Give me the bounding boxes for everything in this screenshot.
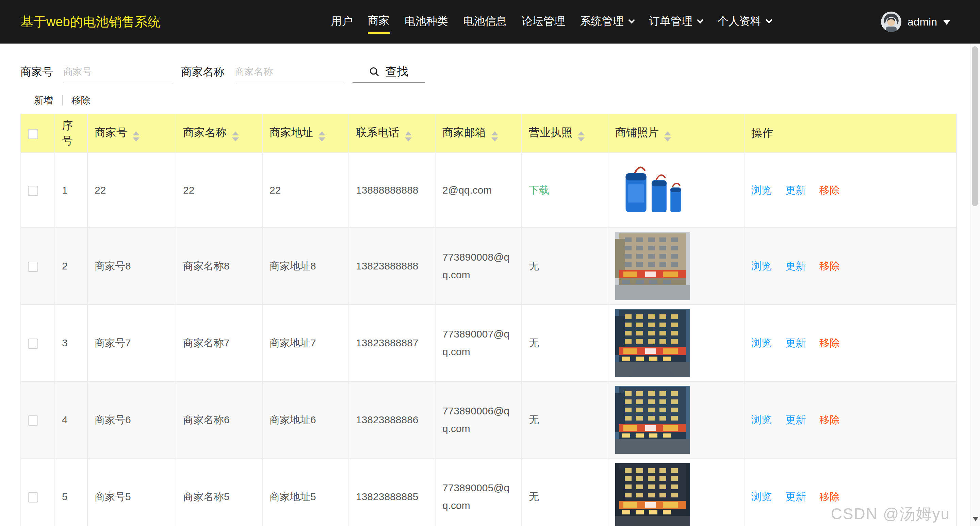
sort-asc-icon [664,131,671,135]
sort-asc-icon [405,131,412,135]
nav-item-7[interactable]: 订单管理 [641,0,710,44]
column-header-5: 联系电话 [349,114,435,153]
actions-cell: 浏览更新移除 [744,458,956,526]
actions-cell: 浏览更新移除 [744,305,956,381]
row-select-cell [21,381,55,458]
column-header-8: 商铺照片 [608,114,744,153]
merchant-no-input[interactable] [63,62,172,82]
scrollbar-down-arrow-icon[interactable] [972,517,978,524]
column-header-label: 操作 [751,127,773,139]
nav-item-6[interactable]: 系统管理 [573,0,641,44]
sort-desc-icon [133,137,140,141]
view-link[interactable]: 浏览 [751,337,772,348]
vertical-scrollbar[interactable] [970,44,980,526]
merchant-no-cell: 商家号7 [88,305,176,381]
merchant-address-cell: 商家地址7 [262,305,349,381]
shop-photo-cell [608,305,744,381]
battery-product-photo [615,159,737,221]
column-header-6: 商家邮箱 [435,114,522,153]
view-link[interactable]: 浏览 [751,184,772,195]
actions-cell: 浏览更新移除 [744,227,956,305]
nav-item-4[interactable]: 电池信息 [456,0,514,44]
add-button[interactable]: 新增 [34,94,53,107]
nav-item-5[interactable]: 论坛管理 [514,0,573,44]
row-checkbox[interactable] [28,186,38,196]
remove-link[interactable]: 移除 [819,184,840,195]
column-header-7: 营业执照 [522,114,608,153]
search-button-label: 查找 [385,64,408,79]
search-button[interactable]: 查找 [353,61,425,83]
chevron-down-icon [628,17,635,24]
sort-icon[interactable] [492,131,498,141]
row-checkbox[interactable] [28,262,38,272]
column-header-label: 联系电话 [356,126,399,138]
email-cell: 773890005@qq.com [435,458,522,526]
index-cell: 4 [55,381,88,458]
nav-item-2[interactable]: 商家 [360,0,397,44]
sort-asc-icon [578,131,585,135]
remove-link[interactable]: 移除 [819,260,840,272]
chevron-down-icon [765,17,772,24]
table-row: 2商家号8商家名称8商家地址813823888888773890008@qq.c… [21,227,956,305]
remove-link[interactable]: 移除 [819,414,840,425]
column-header-label: 商家邮箱 [442,126,486,138]
update-link[interactable]: 更新 [785,414,806,425]
remove-link[interactable]: 移除 [819,337,840,348]
row-checkbox[interactable] [28,415,38,426]
license-download-link[interactable]: 下载 [529,184,549,195]
sort-icon[interactable] [664,131,671,141]
select-all-cell [21,114,55,153]
merchant-name-input[interactable] [235,62,344,82]
column-header-3: 商家名称 [176,114,262,153]
storefront-dusk-photo [615,309,737,377]
view-link[interactable]: 浏览 [751,414,772,425]
row-checkbox[interactable] [28,338,38,349]
user-menu[interactable]: admin [881,11,950,32]
update-link[interactable]: 更新 [785,491,806,502]
sort-desc-icon [664,137,671,141]
nav-item-label: 用户 [331,11,353,33]
view-link[interactable]: 浏览 [751,260,772,272]
toolbar-divider [62,95,63,105]
remove-button[interactable]: 移除 [72,94,91,107]
view-link[interactable]: 浏览 [751,491,772,502]
storefront-evening-photo [615,386,737,454]
email-cell: 773890007@qq.com [435,305,522,381]
sort-desc-icon [318,137,325,141]
user-avatar[interactable] [881,11,901,32]
nav-item-8[interactable]: 个人资料 [710,0,779,44]
column-header-2: 商家号 [88,114,176,153]
sort-asc-icon [318,131,325,135]
merchant-name-cell: 商家名称6 [176,381,262,458]
nav-item-1[interactable]: 用户 [324,0,360,44]
update-link[interactable]: 更新 [785,184,806,195]
nav-item-3[interactable]: 电池种类 [397,0,456,44]
sort-icon[interactable] [578,131,585,141]
sort-icon[interactable] [318,131,325,141]
scrollbar-thumb[interactable] [972,46,978,206]
app-title: 基于web的电池销售系统 [21,13,161,31]
sort-asc-icon [492,131,498,135]
select-all-checkbox[interactable] [28,129,38,139]
phone-cell: 13888888888 [349,153,435,227]
update-link[interactable]: 更新 [785,337,806,348]
column-header-label: 商铺照片 [615,126,659,138]
main-content: 商家号 商家名称 查找 新增 移除 序号商家号商家名称商家地址联系电话商家邮箱营… [0,44,980,526]
row-select-cell [21,227,55,305]
sort-asc-icon [232,131,239,135]
sort-icon[interactable] [232,131,239,141]
merchant-name-cell: 商家名称8 [176,227,262,305]
row-checkbox[interactable] [28,492,38,502]
row-select-cell [21,458,55,526]
nav-item-label: 论坛管理 [522,11,565,33]
nav-item-label: 电池种类 [404,11,448,33]
license-none-text: 无 [529,491,539,502]
sort-icon[interactable] [133,131,140,141]
index-cell: 2 [55,227,88,305]
license-none-text: 无 [529,414,539,425]
main-nav: 用户商家电池种类电池信息论坛管理系统管理订单管理个人资料 [324,0,779,44]
remove-link[interactable]: 移除 [819,491,840,502]
merchant-name-cell: 商家名称5 [176,458,262,526]
sort-icon[interactable] [405,131,412,141]
update-link[interactable]: 更新 [785,260,806,272]
